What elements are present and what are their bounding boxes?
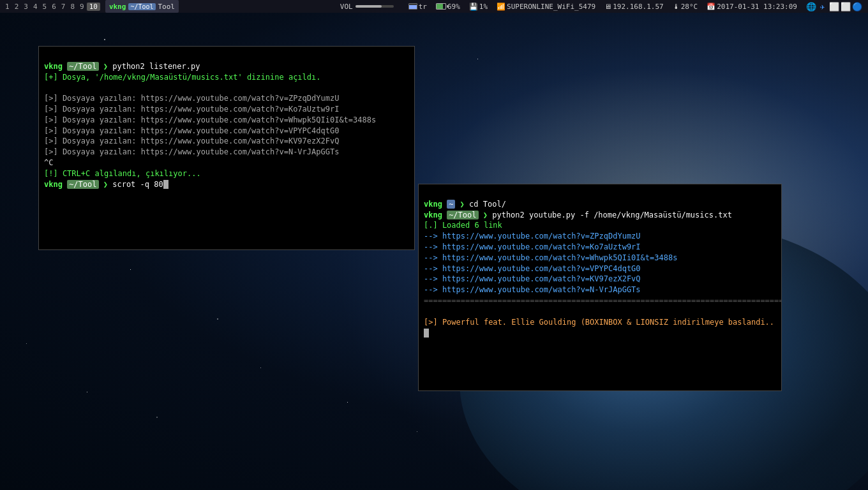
t2-link1: --> https://www.youtube.com/watch?v=ZPzq… bbox=[424, 232, 641, 241]
taskbar-window-path: ~/Tool bbox=[128, 3, 155, 10]
t1-write2: [>] Dosyaya yazılan: https://www.youtube… bbox=[44, 105, 339, 114]
workspace-6[interactable]: 6 bbox=[49, 3, 59, 11]
t1-arrow2: ❯ bbox=[103, 180, 108, 189]
t1-write1: [>] Dosyaya yazılan: https://www.youtube… bbox=[44, 94, 339, 103]
t1-path1: ~/Tool bbox=[67, 62, 98, 71]
t1-ctrlc-msg: [!] CTRL+C algılandı, çıkılıyor... bbox=[44, 169, 201, 178]
vol-bar[interactable] bbox=[355, 5, 394, 8]
t2-separator: ========================================… bbox=[424, 296, 782, 305]
volume-control[interactable]: VOL bbox=[340, 3, 394, 11]
tray-icon-5: 🔵 bbox=[852, 1, 862, 11]
wifi-ssid: SUPERONLINE_WiFi_5479 bbox=[507, 3, 595, 11]
t2-cmd1: cd Tool/ bbox=[469, 200, 506, 209]
t2-user1: vkng bbox=[424, 200, 442, 209]
t1-user1: vkng bbox=[44, 62, 63, 71]
t1-path2: ~/Tool bbox=[67, 180, 98, 189]
t1-opened: [+] Dosya, '/home/vkng/Masaüstü/musics.t… bbox=[44, 73, 320, 82]
workspace-10[interactable]: 10 bbox=[87, 3, 100, 11]
taskbar-right: VOL tr 69% 💾 1% bbox=[340, 1, 868, 11]
ip-label: 192.168.1.57 bbox=[613, 3, 663, 11]
taskbar-window-tool[interactable]: vkng ~/Tool Tool bbox=[105, 0, 179, 13]
telegram-icon: ✈ bbox=[818, 1, 828, 11]
cpu-bar bbox=[408, 3, 417, 10]
t1-write5: [>] Dosyaya yazılan: https://www.youtube… bbox=[44, 137, 339, 145]
t2-path1: ~ bbox=[447, 200, 455, 209]
workspace-1[interactable]: 1 bbox=[3, 3, 12, 11]
t1-user2: vkng bbox=[44, 180, 63, 189]
workspace-8[interactable]: 8 bbox=[68, 3, 77, 11]
t2-cursor bbox=[424, 329, 429, 338]
t2-link2: --> https://www.youtube.com/watch?v=Ko7a… bbox=[424, 242, 641, 251]
battery-icon bbox=[436, 3, 446, 10]
tray-icons: 🌐 ✈ ⬜ ⬜ 🔵 bbox=[804, 1, 864, 11]
taskbar-window-title: Tool bbox=[158, 3, 176, 11]
t2-download: [>] Powerful feat. Ellie Goulding (BOXIN… bbox=[424, 318, 774, 327]
t2-arrow1: ❯ bbox=[460, 200, 465, 209]
desktop: 1 2 3 4 5 6 7 8 9 10 vkng ~/Tool Tool VO… bbox=[0, 0, 868, 490]
t1-write4: [>] Dosyaya yazılan: https://www.youtube… bbox=[44, 126, 339, 135]
t2-link5: --> https://www.youtube.com/watch?v=KV97… bbox=[424, 274, 641, 283]
t1-arrow1: ❯ bbox=[103, 62, 108, 71]
cpu-pct-label: 69% bbox=[447, 3, 460, 11]
taskbar-window-user: vkng bbox=[109, 3, 126, 11]
workspace-2[interactable]: 2 bbox=[12, 3, 22, 11]
t2-cmd2: python2 youtube.py -f /home/vkng/Masaüst… bbox=[492, 211, 732, 219]
ip-address: 🖥 192.168.1.57 bbox=[602, 3, 665, 11]
terminal-window-2[interactable]: vkng ~ ❯ cd Tool/ vkng ~/Tool ❯ python2 … bbox=[418, 184, 782, 391]
t2-link6: --> https://www.youtube.com/watch?v=N-Vr… bbox=[424, 285, 641, 294]
t1-write3: [>] Dosyaya yazılan: https://www.youtube… bbox=[44, 115, 376, 124]
temp-label: 28°C bbox=[681, 3, 698, 11]
t1-write6: [>] Dosyaya yazılan: https://www.youtube… bbox=[44, 147, 339, 156]
cpu-bar-fill bbox=[409, 5, 417, 9]
tray-icon-4: ⬜ bbox=[841, 1, 851, 11]
terminal-2-content: vkng ~ ❯ cd Tool/ vkng ~/Tool ❯ python2 … bbox=[419, 184, 781, 353]
workspace-switcher[interactable]: 1 2 3 4 5 6 7 8 9 10 bbox=[0, 3, 103, 11]
cpu-percent: 69% bbox=[434, 3, 462, 11]
battery-fill bbox=[437, 4, 443, 9]
terminal-window-1[interactable]: vkng ~/Tool ❯ python2 listener.py [+] Do… bbox=[38, 46, 415, 250]
t1-cmd1: python2 listener.py bbox=[112, 62, 200, 71]
tray-icon-3: ⬜ bbox=[829, 1, 839, 11]
wifi-indicator: 📶 SUPERONLINE_WiFi_5479 bbox=[495, 3, 597, 11]
t2-link3: --> https://www.youtube.com/watch?v=Whwp… bbox=[424, 253, 677, 262]
workspace-7[interactable]: 7 bbox=[59, 3, 68, 11]
taskbar: 1 2 3 4 5 6 7 8 9 10 vkng ~/Tool Tool VO… bbox=[0, 0, 868, 13]
temperature: 🌡 28°C bbox=[671, 3, 700, 11]
globe-icon: 🌐 bbox=[806, 1, 816, 11]
t2-user2: vkng bbox=[424, 211, 442, 219]
workspace-3[interactable]: 3 bbox=[21, 3, 31, 11]
cpu-label: tr bbox=[419, 3, 427, 11]
vol-label: VOL bbox=[340, 3, 353, 11]
mem-percent: 💾 1% bbox=[467, 3, 490, 11]
t1-ctrlc-char: ^C bbox=[44, 158, 53, 167]
mem-icon: 💾 bbox=[469, 3, 478, 11]
mem-pct-label: 1% bbox=[479, 3, 488, 11]
net-icon: 🖥 bbox=[604, 3, 611, 11]
t1-cmd2: scrot -q 80 bbox=[112, 180, 163, 189]
t2-loaded: [.] Loaded 6 link bbox=[424, 221, 502, 230]
wifi-icon: 📶 bbox=[497, 3, 505, 11]
workspace-4[interactable]: 4 bbox=[31, 3, 40, 11]
workspace-5[interactable]: 5 bbox=[40, 3, 50, 11]
datetime: 📅 2017-01-31 13:23:09 bbox=[705, 3, 799, 11]
t2-arrow2: ❯ bbox=[483, 211, 488, 219]
t1-cursor bbox=[163, 180, 168, 189]
cpu-indicator: tr bbox=[407, 3, 429, 11]
temp-icon: 🌡 bbox=[673, 3, 680, 11]
workspace-9[interactable]: 9 bbox=[77, 3, 87, 11]
t2-link4: --> https://www.youtube.com/watch?v=VPYP… bbox=[424, 264, 641, 273]
terminal-1-content: vkng ~/Tool ❯ python2 listener.py [+] Do… bbox=[39, 47, 414, 204]
vol-bar-fill bbox=[355, 5, 382, 8]
t2-path2: ~/Tool bbox=[447, 211, 478, 219]
cal-icon: 📅 bbox=[707, 3, 715, 11]
datetime-label: 2017-01-31 13:23:09 bbox=[717, 3, 797, 11]
